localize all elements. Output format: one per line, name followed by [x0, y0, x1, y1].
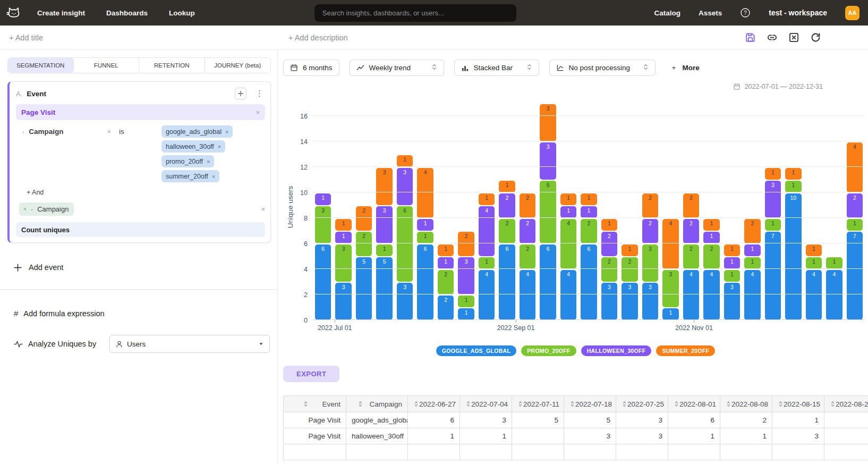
bar-2022-12-19[interactable]: 41 — [826, 257, 842, 320]
user-avatar[interactable]: AA — [845, 6, 860, 20]
column-header-2022-08-08[interactable]: 2022-08-08 — [720, 396, 772, 412]
bar-segment-halloween_30off[interactable]: 1 — [581, 206, 597, 218]
bar-segment-halloween_30off[interactable]: 1 — [438, 257, 454, 269]
global-search[interactable] — [314, 4, 516, 22]
bar-segment-promo_20off[interactable]: 4 — [560, 219, 576, 269]
bar-segment-google_ads_global[interactable]: 4 — [744, 270, 760, 320]
bar-segment-halloween_30off[interactable]: 1 — [703, 232, 719, 243]
column-header-2022-07-11[interactable]: 2022-07-11 — [512, 396, 564, 412]
bar-segment-summer_20off[interactable]: 2 — [520, 193, 535, 218]
bar-2022-07-25[interactable]: 3631 — [397, 155, 413, 320]
bar-segment-summer_20off[interactable]: 1 — [438, 244, 454, 256]
remove-value-icon[interactable]: × — [218, 144, 221, 150]
bar-segment-summer_20off[interactable]: 2 — [744, 219, 760, 243]
bar-segment-promo_20off[interactable]: 3 — [642, 244, 658, 282]
bar-2022-08-29[interactable]: 6221 — [499, 181, 515, 320]
bar-segment-google_ads_global[interactable]: 6 — [315, 244, 331, 320]
bar-segment-summer_20off[interactable]: 1 — [581, 193, 597, 205]
bar-segment-promo_20off[interactable]: 2 — [601, 257, 617, 282]
event-selector[interactable]: Page Visit × — [16, 104, 265, 120]
bar-segment-promo_20off[interactable]: 1 — [724, 270, 740, 282]
column-header-Event[interactable]: Event — [284, 396, 346, 412]
bar-segment-summer_20off[interactable]: 3 — [540, 104, 556, 141]
bar-segment-halloween_30off[interactable]: 1 — [417, 219, 433, 231]
post-processing-select[interactable]: No post processing — [549, 60, 656, 76]
tab-funnel[interactable]: FUNNEL — [74, 58, 140, 73]
bar-2022-09-26[interactable]: 6211 — [581, 193, 597, 320]
bar-segment-promo_20off[interactable]: 2 — [683, 244, 699, 269]
bar-segment-halloween_30off[interactable]: 2 — [499, 193, 515, 218]
bar-segment-summer_20off[interactable]: 1 — [499, 181, 515, 192]
remove-value-icon[interactable]: × — [207, 158, 210, 165]
bar-2022-11-14[interactable]: 3111 — [724, 244, 740, 320]
remove-breakdown-row-icon[interactable]: × — [261, 205, 265, 213]
bar-segment-summer_20off[interactable]: 1 — [724, 244, 740, 256]
bar-2022-10-10[interactable]: 321 — [622, 244, 637, 320]
bar-segment-halloween_30off[interactable]: 2 — [601, 232, 617, 256]
column-header-2022-08-15[interactable]: 2022-08-15 — [772, 396, 824, 412]
tab-journey[interactable]: JOURNEY (beta) — [205, 58, 271, 73]
bar-segment-halloween_30off[interactable]: 1 — [744, 244, 760, 256]
bar-segment-halloween_30off[interactable]: 2 — [847, 193, 863, 218]
bar-segment-summer_20off[interactable]: 2 — [683, 193, 699, 218]
column-header-2022-08-01[interactable]: 2022-08-01 — [668, 396, 720, 412]
filter-value-chip[interactable]: halloween_30off × — [161, 140, 225, 153]
bar-2022-11-28[interactable]: 7131 — [765, 168, 781, 320]
bar-segment-halloween_30off[interactable]: 3 — [376, 206, 392, 243]
bar-segment-halloween_30off[interactable]: 4 — [479, 206, 495, 256]
column-header-2022-08-22[interactable]: 2022-08-22 — [824, 396, 868, 412]
legend-google_ads_global[interactable]: GOOGLE_ADS_GLOBAL — [436, 345, 516, 356]
save-icon[interactable] — [744, 32, 756, 44]
bar-2022-08-01[interactable]: 6114 — [417, 168, 433, 320]
bar-segment-google_ads_global[interactable]: 4 — [479, 270, 495, 320]
bar-segment-summer_20off[interactable]: 3 — [376, 168, 392, 205]
bar-segment-summer_20off[interactable]: 1 — [765, 168, 781, 180]
remove-value-icon[interactable]: × — [212, 173, 215, 180]
bar-segment-google_ads_global[interactable]: 3 — [601, 283, 617, 320]
bar-segment-summer_20off[interactable]: 1 — [806, 244, 822, 256]
bar-2022-07-18[interactable]: 5133 — [376, 168, 392, 320]
bar-segment-promo_20off[interactable]: 2 — [581, 219, 597, 243]
bar-segment-halloween_30off[interactable]: 2 — [683, 219, 699, 243]
add-formula-button[interactable]: # Add formula expression — [14, 309, 271, 318]
add-event-button[interactable]: Add event — [14, 263, 271, 272]
bar-segment-promo_20off[interactable]: 1 — [458, 296, 474, 307]
filter-value-chip[interactable]: summer_20off × — [161, 170, 219, 182]
bar-segment-google_ads_global[interactable]: 4 — [560, 270, 576, 320]
nav-assets[interactable]: Assets — [699, 9, 722, 17]
bar-segment-promo_20off[interactable]: 2 — [438, 270, 454, 294]
tab-segmentation[interactable]: SEGMENTATION — [8, 58, 74, 73]
bar-segment-summer_20off[interactable]: 1 — [601, 219, 617, 231]
sort-icon[interactable] — [726, 401, 731, 407]
bar-segment-google_ads_global[interactable]: 4 — [806, 270, 822, 320]
nav-create-insight[interactable]: Create insight — [37, 9, 85, 17]
bar-segment-summer_20off[interactable]: 1 — [785, 168, 801, 180]
bar-segment-google_ads_global[interactable]: 3 — [642, 283, 658, 320]
bar-segment-google_ads_global[interactable]: 6 — [499, 244, 515, 320]
sort-icon[interactable] — [465, 401, 471, 407]
bar-segment-google_ads_global[interactable]: 7 — [765, 232, 781, 320]
bar-2022-09-12[interactable]: 6533 — [540, 104, 556, 320]
sort-icon[interactable] — [303, 401, 309, 407]
filter-value-chip[interactable]: promo_20off × — [161, 155, 214, 167]
nav-catalog[interactable]: Catalog — [654, 9, 680, 17]
copy-link-icon[interactable] — [766, 32, 778, 44]
sort-icon[interactable] — [517, 401, 523, 407]
remove-breakdown-icon[interactable]: × — [23, 206, 27, 212]
bar-2022-12-05[interactable]: 1011 — [785, 168, 801, 320]
bar-segment-promo_20off[interactable]: 1 — [847, 219, 863, 231]
column-header-2022-07-25[interactable]: 2022-07-25 — [616, 396, 668, 412]
bar-segment-google_ads_global[interactable]: 1 — [458, 308, 474, 320]
bar-segment-google_ads_global[interactable]: 5 — [356, 257, 372, 320]
column-header-Campaign[interactable]: Campaign — [346, 396, 408, 412]
bar-2022-07-11[interactable]: 522 — [356, 206, 372, 320]
bar-2022-09-19[interactable]: 4411 — [560, 193, 576, 320]
legend-summer_20off[interactable]: SUMMER_20OFF — [656, 345, 715, 356]
event-menu-icon[interactable]: ⋮ — [254, 89, 265, 98]
bar-segment-promo_20off[interactable]: 3 — [315, 206, 331, 243]
column-header-2022-06-27[interactable]: 2022-06-27 — [408, 396, 460, 412]
bar-segment-promo_20off[interactable]: 2 — [499, 219, 515, 243]
column-header-2022-07-18[interactable]: 2022-07-18 — [564, 396, 616, 412]
bar-segment-summer_20off[interactable]: 1 — [703, 219, 719, 231]
bar-segment-summer_20off[interactable]: 4 — [662, 219, 678, 269]
